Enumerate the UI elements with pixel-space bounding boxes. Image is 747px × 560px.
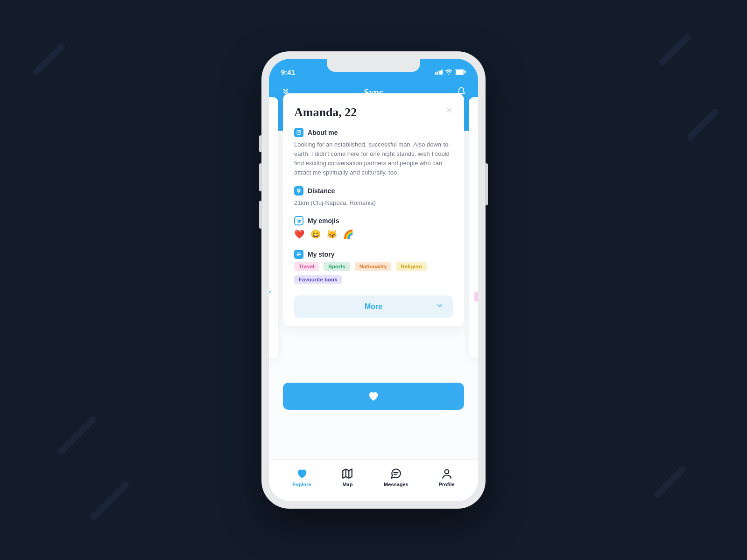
next-card-peek[interactable] <box>469 97 478 358</box>
signal-icon <box>435 70 443 75</box>
more-button[interactable]: More <box>294 295 453 318</box>
profile-title: Amanda, 22 <box>294 105 357 119</box>
story-icon <box>294 250 303 259</box>
svg-marker-14 <box>343 469 352 478</box>
heart-icon <box>296 468 308 480</box>
distance-icon <box>294 186 303 196</box>
distance-label: Distance <box>308 187 335 195</box>
status-time: 9:41 <box>281 68 295 76</box>
peek-tag <box>474 292 478 301</box>
prev-card-peek[interactable] <box>269 97 278 358</box>
emojis-icon <box>294 216 303 225</box>
heart-icon <box>367 390 380 402</box>
svg-rect-7 <box>298 133 300 133</box>
story-tag[interactable]: Travel <box>294 262 319 271</box>
distance-text: 21km (Cluj-Napoca, Romania) <box>294 198 453 208</box>
tab-messages[interactable]: Messages <box>384 468 409 487</box>
about-label: About me <box>308 129 338 136</box>
tab-profile[interactable]: Profile <box>438 468 454 487</box>
svg-rect-11 <box>297 252 301 253</box>
chevron-down-icon <box>269 288 273 296</box>
emojis-text: ❤️ 😄 😽 🌈 <box>294 228 453 241</box>
phone-side-button <box>259 135 262 152</box>
profile-icon <box>441 468 453 480</box>
emojis-label: My emojis <box>308 217 339 224</box>
bg-decoration <box>89 480 130 521</box>
bg-decoration <box>56 415 98 456</box>
svg-point-19 <box>444 469 449 474</box>
cards-area: Amanda, 22 About me Looking for an estab… <box>269 131 478 459</box>
emojis-section: My emojis ❤️ 😄 😽 🌈 <box>294 216 453 241</box>
about-icon <box>294 128 303 137</box>
tab-bar: Explore Map Messages Profile <box>269 459 478 501</box>
chevron-down-icon <box>436 302 444 311</box>
more-label: More <box>365 302 382 311</box>
phone-side-button <box>259 201 262 229</box>
svg-rect-2 <box>465 71 466 73</box>
message-icon <box>390 468 402 480</box>
story-tag[interactable]: Favourite book <box>294 275 342 284</box>
close-button[interactable] <box>445 105 453 116</box>
phone-side-button <box>259 163 262 191</box>
svg-rect-12 <box>297 254 301 255</box>
bg-decoration <box>653 465 687 499</box>
about-section: About me Looking for an established, suc… <box>294 128 453 178</box>
phone-screen: 9:41 Sync <box>269 59 478 501</box>
svg-rect-13 <box>297 255 300 256</box>
tab-label: Explore <box>292 482 311 487</box>
battery-icon <box>455 69 466 75</box>
tab-explore[interactable]: Explore <box>292 468 311 487</box>
svg-rect-1 <box>456 70 464 74</box>
story-tags: TravelSportsNationalityReligionFavourite… <box>294 262 453 284</box>
phone-side-button <box>485 163 488 205</box>
story-tag[interactable]: Nationality <box>355 262 392 271</box>
story-section: My story TravelSportsNationalityReligion… <box>294 250 453 284</box>
svg-point-8 <box>297 219 301 223</box>
tab-map[interactable]: Map <box>341 468 353 487</box>
tab-label: Profile <box>438 482 454 487</box>
map-icon <box>341 468 353 480</box>
tab-label: Map <box>342 482 352 487</box>
story-label: My story <box>308 251 335 258</box>
bg-decoration <box>32 42 66 77</box>
tab-label: Messages <box>384 482 409 487</box>
profile-card: Amanda, 22 About me Looking for an estab… <box>283 93 464 326</box>
close-icon <box>445 106 453 114</box>
svg-point-9 <box>298 220 298 220</box>
svg-point-10 <box>299 220 300 220</box>
about-text: Looking for an established, successful m… <box>294 140 453 178</box>
story-tag[interactable]: Religion <box>396 262 426 271</box>
story-tag[interactable]: Sports <box>324 262 350 271</box>
distance-section: Distance 21km (Cluj-Napoca, Romania) <box>294 186 453 208</box>
wifi-icon <box>445 69 452 75</box>
like-button[interactable] <box>283 383 464 410</box>
phone-frame: 9:41 Sync <box>261 51 486 509</box>
svg-rect-6 <box>298 132 300 132</box>
bg-decoration <box>685 107 720 142</box>
bg-decoration <box>657 33 692 67</box>
phone-notch <box>327 59 420 72</box>
